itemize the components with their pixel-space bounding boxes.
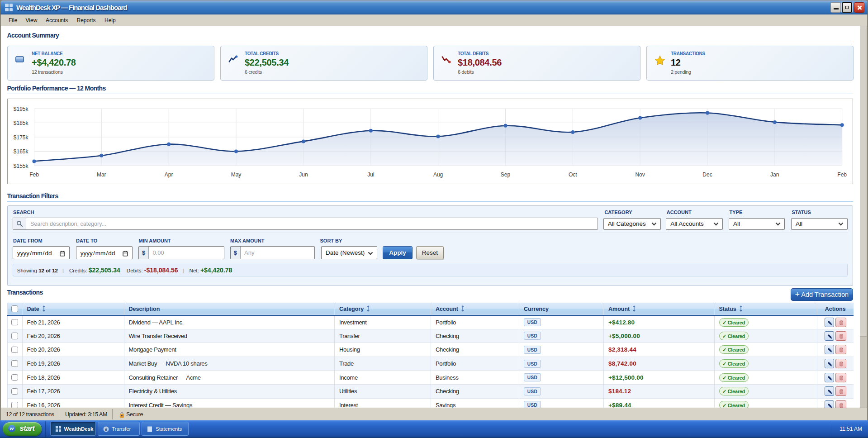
svg-text:Nov: Nov: [635, 171, 645, 178]
svg-text:Jun: Jun: [299, 171, 308, 178]
svg-text:s: s: [105, 427, 107, 432]
svg-text:Feb: Feb: [837, 171, 847, 178]
svg-text:May: May: [231, 171, 241, 178]
svg-text:Feb: Feb: [29, 171, 39, 178]
svg-text:$185k: $185k: [13, 120, 28, 126]
svg-text:$165k: $165k: [13, 148, 28, 155]
svg-text:Jul: Jul: [367, 171, 374, 178]
svg-text:$175k: $175k: [13, 134, 28, 141]
svg-text:Dec: Dec: [702, 171, 712, 178]
svg-text:Aug: Aug: [433, 171, 442, 178]
svg-text:Sep: Sep: [500, 171, 510, 178]
svg-text:$155k: $155k: [13, 163, 28, 169]
svg-text:$195k: $195k: [13, 106, 28, 112]
svg-text:Apr: Apr: [164, 171, 173, 178]
svg-text:Mar: Mar: [96, 171, 106, 178]
svg-text:Oct: Oct: [568, 171, 577, 178]
svg-text:Jan: Jan: [770, 171, 779, 178]
